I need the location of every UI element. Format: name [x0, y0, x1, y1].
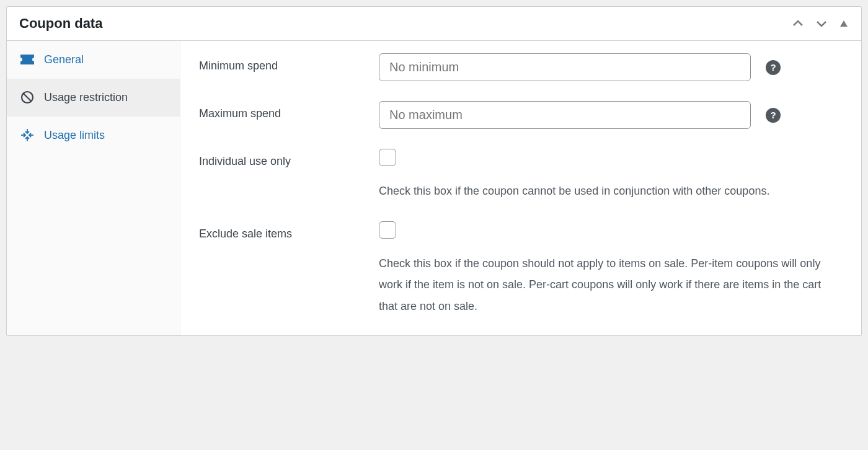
- panel-header: Coupon data: [7, 7, 861, 41]
- minimum-spend-input[interactable]: [379, 53, 751, 81]
- ticket-icon: [20, 53, 34, 66]
- tab-label: General: [44, 52, 84, 68]
- individual-use-checkbox[interactable]: [379, 149, 396, 166]
- label-maximum-spend: Maximum spend: [199, 101, 379, 120]
- row-exclude-sale-items: Exclude sale items Check this box if the…: [199, 221, 843, 317]
- coupon-data-panel: Coupon data General: [6, 6, 862, 336]
- help-icon[interactable]: ?: [766, 108, 781, 123]
- chevron-down-icon[interactable]: [815, 17, 828, 30]
- individual-use-description: Check this box if the coupon cannot be u…: [379, 180, 831, 201]
- usage-restriction-form: Minimum spend ? Maximum spend ? Individu…: [180, 41, 861, 335]
- tab-general[interactable]: General: [7, 41, 180, 79]
- row-maximum-spend: Maximum spend ?: [199, 101, 843, 129]
- panel-body: General Usage restriction: [7, 41, 861, 335]
- panel-controls: [792, 17, 849, 30]
- exclude-sale-items-checkbox[interactable]: [379, 221, 396, 239]
- label-individual-use: Individual use only: [199, 149, 379, 168]
- exclude-sale-items-description: Check this box if the coupon should not …: [379, 253, 831, 317]
- svg-line-1: [24, 94, 32, 102]
- coupon-tabs-sidebar: General Usage restriction: [7, 41, 180, 335]
- tab-usage-limits[interactable]: Usage limits: [7, 117, 180, 154]
- ban-icon: [20, 90, 34, 104]
- collapse-triangle-icon[interactable]: [839, 19, 849, 29]
- chevron-up-icon[interactable]: [792, 17, 804, 30]
- label-exclude-sale-items: Exclude sale items: [199, 221, 379, 240]
- tab-usage-restriction[interactable]: Usage restriction: [7, 79, 180, 117]
- row-individual-use: Individual use only Check this box if th…: [199, 149, 843, 201]
- panel-title: Coupon data: [19, 15, 102, 32]
- label-minimum-spend: Minimum spend: [199, 53, 379, 73]
- arrows-in-icon: [20, 128, 34, 142]
- maximum-spend-input[interactable]: [379, 101, 751, 129]
- tab-label: Usage limits: [44, 128, 105, 143]
- help-icon[interactable]: ?: [766, 60, 781, 75]
- tab-label: Usage restriction: [44, 90, 128, 105]
- row-minimum-spend: Minimum spend ?: [199, 53, 843, 81]
